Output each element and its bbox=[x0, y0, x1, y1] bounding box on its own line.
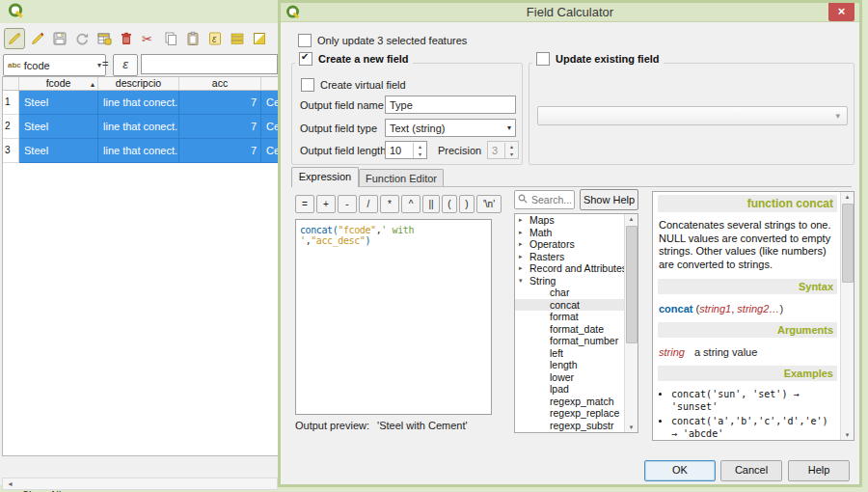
tree-item-record-and-attributes[interactable]: ▸Record and Attributes bbox=[515, 262, 626, 275]
tree-item-string[interactable]: ▾String bbox=[515, 275, 626, 287]
tree-item-operators[interactable]: ▸Operators bbox=[515, 238, 626, 251]
show-help-button[interactable]: Show Help bbox=[580, 189, 638, 210]
tree-item-format[interactable]: format bbox=[515, 311, 626, 323]
tree-item-format_date[interactable]: format_date bbox=[515, 323, 626, 336]
cut-features-icon[interactable]: ✂ bbox=[139, 29, 158, 48]
virtual-field-checkbox-row[interactable]: Create virtual field bbox=[301, 78, 406, 92]
tree-item-left[interactable]: left bbox=[515, 347, 626, 360]
tree-item-format_number[interactable]: format_number bbox=[515, 335, 626, 347]
column-header-descripcio[interactable]: descripcio bbox=[98, 77, 179, 91]
tree-item-concat[interactable]: concat bbox=[515, 299, 626, 312]
tree-item-math[interactable]: ▸Math bbox=[515, 227, 626, 239]
operator-button[interactable]: || bbox=[422, 195, 440, 213]
operator-button[interactable]: ) bbox=[459, 195, 475, 213]
dialog-titlebar[interactable]: Field Calculator × bbox=[281, 3, 859, 22]
cell-descripcio[interactable]: line that conect... bbox=[98, 91, 179, 115]
row-number-cell[interactable]: 3 bbox=[3, 139, 19, 163]
tree-scroll-thumb[interactable] bbox=[626, 226, 637, 343]
operator-button[interactable]: * bbox=[380, 195, 399, 213]
scroll-down-icon[interactable]: ▾ bbox=[841, 431, 854, 439]
tree-collapsed-icon[interactable]: ▸ bbox=[519, 251, 523, 263]
tree-item-length[interactable]: length bbox=[515, 359, 626, 371]
column-header[interactable] bbox=[261, 77, 278, 91]
cell-acc[interactable]: 7 bbox=[179, 91, 261, 115]
tree-collapsed-icon[interactable]: ▸ bbox=[519, 214, 523, 227]
expression-filter-button[interactable]: ε bbox=[113, 54, 138, 76]
tree-item-char[interactable]: char bbox=[515, 287, 626, 299]
tree-collapsed-icon[interactable]: ▸ bbox=[519, 227, 523, 239]
tree-item-maps[interactable]: ▸Maps bbox=[515, 214, 626, 227]
cell-acc[interactable]: 7 bbox=[179, 139, 261, 163]
tab-expression[interactable]: Expression bbox=[291, 167, 359, 187]
help-scrollbar[interactable]: ▴ ▾ bbox=[840, 192, 854, 440]
tree-item-lower[interactable]: lower bbox=[515, 371, 626, 384]
scroll-up-icon[interactable]: ▴ bbox=[841, 193, 854, 201]
scroll-down-icon[interactable]: ▾ bbox=[625, 424, 637, 431]
column-header-fcode[interactable]: fcode▴ bbox=[19, 77, 98, 91]
column-header-acc[interactable]: acc bbox=[179, 77, 261, 91]
select-by-expression-icon[interactable]: ε bbox=[205, 29, 225, 48]
search-input[interactable] bbox=[529, 193, 574, 206]
tree-item-regexp_replace[interactable]: regexp_replace bbox=[515, 407, 626, 420]
row-number-cell[interactable]: 1 bbox=[3, 91, 19, 115]
virtual-field-checkbox[interactable] bbox=[301, 78, 314, 92]
deselect-all-icon[interactable] bbox=[272, 29, 276, 48]
operator-button[interactable]: = bbox=[295, 195, 314, 213]
operator-button[interactable]: ( bbox=[442, 195, 457, 213]
tab-function-editor[interactable]: Function Editor bbox=[359, 169, 444, 187]
toggle-editing-icon[interactable] bbox=[4, 28, 25, 49]
table-row[interactable]: 1Steelline that conect...7Cem bbox=[3, 91, 278, 115]
cell-descripcio[interactable]: line that conect... bbox=[98, 139, 179, 163]
multi-edit-icon[interactable] bbox=[28, 29, 47, 48]
cell-acc[interactable]: 7 bbox=[179, 115, 261, 139]
tree-collapsed-icon[interactable]: ▸ bbox=[519, 238, 523, 251]
tree-item-lpad[interactable]: lpad bbox=[515, 383, 626, 396]
operator-button[interactable]: '\n' bbox=[476, 195, 502, 213]
help-button[interactable]: Help bbox=[788, 460, 850, 481]
cell-acc-desc[interactable]: Cem bbox=[261, 91, 278, 115]
tree-item-rasters[interactable]: ▸Rasters bbox=[515, 251, 626, 263]
output-field-length-spinbox[interactable]: 10 ▴▾ bbox=[385, 141, 427, 159]
paste-features-icon[interactable] bbox=[183, 29, 203, 48]
create-field-checkbox-row[interactable]: Create a new field bbox=[295, 52, 413, 66]
operator-button[interactable]: / bbox=[359, 195, 378, 213]
help-scroll-thumb[interactable] bbox=[842, 204, 854, 283]
copy-features-icon[interactable] bbox=[161, 29, 180, 48]
cell-fcode[interactable]: Steel bbox=[19, 91, 98, 115]
operator-button[interactable]: ^ bbox=[401, 195, 420, 213]
create-field-checkbox[interactable] bbox=[299, 52, 312, 66]
column-header[interactable] bbox=[3, 77, 19, 91]
output-field-name-input[interactable]: Type bbox=[385, 96, 516, 114]
output-field-type-select[interactable]: Text (string) ▾ bbox=[385, 119, 516, 137]
tree-expanded-icon[interactable]: ▾ bbox=[519, 275, 523, 287]
cancel-button[interactable]: Cancel bbox=[720, 460, 782, 481]
save-edits-icon[interactable] bbox=[50, 29, 69, 48]
close-icon[interactable]: × bbox=[828, 3, 854, 21]
add-feature-icon[interactable] bbox=[95, 29, 114, 48]
only-update-checkbox[interactable] bbox=[298, 34, 312, 47]
field-selector-combo[interactable]: abc fcode ▾ bbox=[3, 54, 106, 76]
search-box[interactable] bbox=[514, 190, 575, 209]
tree-item-regexp_match[interactable]: regexp_match bbox=[515, 396, 626, 408]
cell-descripcio[interactable]: line that conect... bbox=[98, 115, 179, 139]
cell-fcode[interactable]: Steel bbox=[19, 115, 98, 139]
operator-button[interactable]: + bbox=[316, 195, 336, 213]
only-update-checkbox-row[interactable]: Only update 3 selected features bbox=[298, 34, 467, 47]
invert-selection-icon[interactable] bbox=[250, 29, 269, 48]
tree-item-regexp_substr[interactable]: regexp_substr bbox=[515, 420, 626, 432]
scroll-up-icon[interactable]: ▴ bbox=[625, 215, 637, 223]
cell-fcode[interactable]: Steel bbox=[19, 139, 98, 163]
tree-collapsed-icon[interactable]: ▸ bbox=[519, 262, 523, 275]
row-number-cell[interactable]: 2 bbox=[3, 115, 19, 139]
table-row[interactable]: 2Steelline that conect...7Cem bbox=[3, 115, 278, 139]
ok-button[interactable]: OK bbox=[644, 460, 716, 481]
table-row[interactable]: 3Steelline that conect...7Cem bbox=[3, 139, 278, 163]
scroll-left-icon[interactable]: ◂ bbox=[4, 478, 16, 489]
cell-acc-desc[interactable]: Cem bbox=[261, 139, 278, 163]
operator-button[interactable]: - bbox=[338, 195, 357, 213]
expression-editor[interactable]: concat("fcode",' with ',"acc_desc") bbox=[295, 219, 492, 415]
filter-value-input[interactable] bbox=[141, 54, 278, 74]
cell-acc-desc[interactable]: Cem bbox=[261, 115, 278, 139]
update-field-checkbox[interactable] bbox=[536, 52, 550, 66]
update-field-checkbox-row[interactable]: Update existing field bbox=[532, 52, 664, 66]
